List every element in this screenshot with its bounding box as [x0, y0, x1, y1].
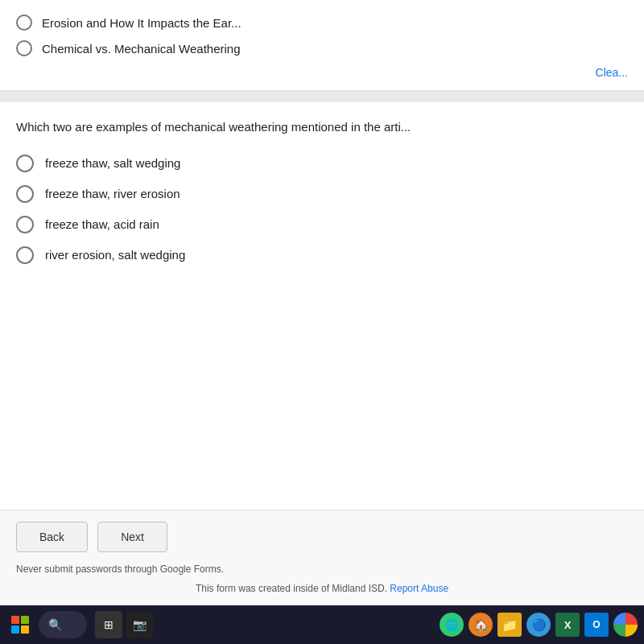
back-button[interactable]: Back: [16, 522, 88, 552]
taskbar-app-orange[interactable]: 🏠: [469, 613, 493, 637]
green-app-icon: 🌐: [445, 618, 459, 631]
radio-button-prev-2[interactable]: [16, 40, 32, 56]
nav-section: Back Next Never submit passwords through…: [0, 510, 644, 605]
orange-app-icon: 🏠: [474, 618, 488, 631]
radio-button-1[interactable]: [16, 155, 34, 172]
option-item-4[interactable]: river erosion, salt wedging: [16, 246, 628, 264]
option-label-3: freeze thaw, acid rain: [45, 217, 159, 231]
camera-icon: 📷: [133, 618, 147, 631]
page-wrapper: Erosion and How It Impacts the Ear... Ch…: [0, 0, 644, 644]
taskbar-app-green[interactable]: 🌐: [440, 613, 464, 637]
prev-option-1[interactable]: Erosion and How It Impacts the Ear...: [16, 10, 628, 35]
taskbar-app-camera[interactable]: 📷: [126, 611, 153, 638]
taskbar-right: 🌐 🏠 📁 🔵 X O: [440, 613, 638, 637]
privacy-note: Never submit passwords through Google Fo…: [16, 564, 628, 575]
folder-icon: 📁: [502, 617, 518, 633]
taskbar-search[interactable]: 🔍: [39, 611, 87, 638]
option-item-1[interactable]: freeze thaw, salt wedging: [16, 155, 628, 172]
win-quad-yellow: [21, 625, 29, 634]
report-abuse-link[interactable]: Report Abuse: [390, 583, 448, 594]
question-text: Which two are examples of mechanical wea…: [16, 118, 628, 137]
options-list: freeze thaw, salt wedging freeze thaw, r…: [16, 155, 628, 264]
form-footer: This form was created inside of Midland …: [16, 583, 628, 594]
clear-label: Clea...: [596, 66, 628, 79]
option-item-2[interactable]: freeze thaw, river erosion: [16, 185, 628, 203]
next-button[interactable]: Next: [97, 522, 167, 552]
taskbar: 🔍 ⊞ 📷 🌐 🏠 📁 🔵 X: [0, 605, 644, 644]
taskbar-app-chrome[interactable]: [613, 613, 638, 637]
squares-icon: ⊞: [104, 618, 114, 631]
option-label-2: freeze thaw, river erosion: [45, 187, 180, 200]
nav-buttons: Back Next: [16, 522, 628, 552]
taskbar-app-blue[interactable]: 🔵: [526, 613, 551, 637]
taskbar-app-outlook[interactable]: O: [584, 613, 609, 637]
main-section: Which two are examples of mechanical wea…: [0, 102, 644, 510]
section-divider: [0, 91, 644, 102]
taskbar-app-folder[interactable]: 📁: [497, 613, 522, 637]
excel-icon: X: [564, 619, 572, 631]
taskbar-apps: ⊞ 📷: [95, 611, 153, 638]
radio-button-prev-1[interactable]: [16, 14, 32, 31]
search-icon: 🔍: [48, 618, 62, 631]
prev-option-2-text: Chemical vs. Mechanical Weathering: [42, 42, 241, 56]
taskbar-app-squares[interactable]: ⊞: [95, 611, 122, 638]
outlook-icon: O: [592, 619, 600, 630]
win-quad-blue: [11, 625, 19, 634]
form-created-text: This form was created inside of Midland …: [196, 583, 387, 594]
taskbar-app-excel[interactable]: X: [555, 613, 580, 637]
clear-link[interactable]: Clea...: [16, 61, 628, 79]
win-quad-green: [21, 616, 29, 624]
blue-app-icon: 🔵: [532, 618, 546, 631]
windows-start-button[interactable]: [6, 611, 34, 638]
option-label-4: river erosion, salt wedging: [45, 248, 185, 262]
radio-button-3[interactable]: [16, 216, 34, 233]
option-item-3[interactable]: freeze thaw, acid rain: [16, 216, 628, 233]
option-label-1: freeze thaw, salt wedging: [45, 156, 180, 170]
prev-option-2[interactable]: Chemical vs. Mechanical Weathering: [16, 35, 628, 61]
win-quad-red: [11, 616, 19, 624]
prev-option-1-text: Erosion and How It Impacts the Ear...: [42, 16, 242, 30]
radio-button-4[interactable]: [16, 246, 34, 264]
windows-logo: [11, 616, 29, 634]
top-section: Erosion and How It Impacts the Ear... Ch…: [0, 0, 644, 91]
radio-button-2[interactable]: [16, 185, 34, 203]
